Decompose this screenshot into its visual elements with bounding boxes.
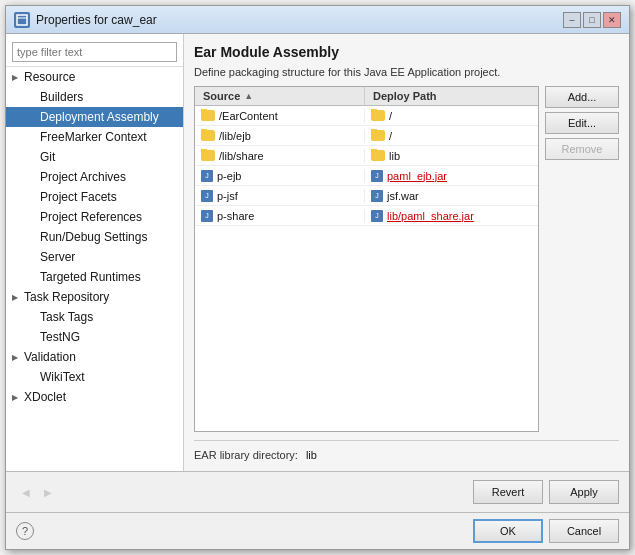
- deploy-cell: Jpaml_ejb.jar: [365, 169, 538, 183]
- maximize-button[interactable]: □: [583, 12, 601, 28]
- sidebar-item-run/debug-settings[interactable]: Run/Debug Settings: [6, 227, 183, 247]
- folder-icon: [371, 130, 385, 141]
- sidebar-item-label: Git: [40, 150, 55, 164]
- revert-button[interactable]: Revert: [473, 480, 543, 504]
- sidebar-item-server[interactable]: Server: [6, 247, 183, 267]
- project-icon: J: [201, 170, 213, 182]
- add-button[interactable]: Add...: [545, 86, 619, 108]
- sidebar-item-xdoclet[interactable]: ▶XDoclet: [6, 387, 183, 407]
- close-button[interactable]: ✕: [603, 12, 621, 28]
- sidebar-item-project-archives[interactable]: Project Archives: [6, 167, 183, 187]
- dialog: Properties for caw_ear – □ ✕ ▶ResourceBu…: [5, 5, 630, 550]
- table-body: /EarContent//lib/ejb//lib/sharelibJp-ejb…: [195, 106, 538, 431]
- source-cell: /lib/share: [195, 149, 365, 163]
- folder-icon: [371, 110, 385, 121]
- col-deploy-header: Deploy Path: [365, 87, 538, 105]
- sidebar-item-targeted-runtimes[interactable]: Targeted Runtimes: [6, 267, 183, 287]
- folder-icon: [371, 150, 385, 161]
- sidebar-item-label: Project References: [40, 210, 142, 224]
- back-arrow[interactable]: ◀: [16, 482, 36, 502]
- sidebar-item-label: Resource: [24, 70, 75, 84]
- dialog-icon: [14, 12, 30, 28]
- source-cell: /lib/ejb: [195, 129, 365, 143]
- footer: ◀ ▶ Revert Apply: [6, 471, 629, 512]
- deploy-path-text: /: [389, 110, 392, 122]
- sidebar-item-task-tags[interactable]: Task Tags: [6, 307, 183, 327]
- table-row[interactable]: /lib/sharelib: [195, 146, 538, 166]
- source-text: /lib/ejb: [219, 130, 251, 142]
- sidebar-item-git[interactable]: Git: [6, 147, 183, 167]
- col-source-header: Source ▲: [195, 87, 365, 105]
- expand-arrow-icon: ▶: [10, 392, 20, 402]
- apply-button[interactable]: Apply: [549, 480, 619, 504]
- deploy-cell: /: [365, 129, 538, 143]
- sidebar-item-validation[interactable]: ▶Validation: [6, 347, 183, 367]
- sidebar-item-task-repository[interactable]: ▶Task Repository: [6, 287, 183, 307]
- filter-wrap: [6, 38, 183, 67]
- ok-button[interactable]: OK: [473, 519, 543, 543]
- panel-title: Ear Module Assembly: [194, 44, 619, 60]
- table-row[interactable]: Jp-jsfJjsf.war: [195, 186, 538, 206]
- sidebar-item-deployment-assembly[interactable]: Deployment Assembly: [6, 107, 183, 127]
- sidebar-item-testng[interactable]: TestNG: [6, 327, 183, 347]
- table-area: Source ▲ Deploy Path /EarContent//lib/ej…: [194, 86, 619, 432]
- panel-description: Define packaging structure for this Java…: [194, 66, 619, 78]
- deploy-path-text: jsf.war: [387, 190, 419, 202]
- bottom-bar: ? OK Cancel: [6, 512, 629, 549]
- sidebar-item-label: Validation: [24, 350, 76, 364]
- nav-arrows: ◀ ▶: [16, 480, 58, 504]
- sidebar-item-builders[interactable]: Builders: [6, 87, 183, 107]
- sidebar-item-freemarker-context[interactable]: FreeMarker Context: [6, 127, 183, 147]
- source-text: p-share: [217, 210, 254, 222]
- deploy-cell: Jlib/paml_share.jar: [365, 209, 538, 223]
- assembly-table: Source ▲ Deploy Path /EarContent//lib/ej…: [194, 86, 539, 432]
- sidebar-item-resource[interactable]: ▶Resource: [6, 67, 183, 87]
- deploy-cell: Jjsf.war: [365, 189, 538, 203]
- deploy-path-text: paml_ejb.jar: [387, 170, 447, 182]
- source-text: p-jsf: [217, 190, 238, 202]
- expand-arrow-icon: ▶: [10, 72, 20, 82]
- folder-icon: [201, 110, 215, 121]
- expand-arrow-icon: ▶: [10, 352, 20, 362]
- footer-buttons: ◀ ▶ Revert Apply: [16, 480, 619, 504]
- sidebar-item-project-references[interactable]: Project References: [6, 207, 183, 227]
- source-text: p-ejb: [217, 170, 241, 182]
- deploy-path-text: /: [389, 130, 392, 142]
- sidebar-item-label: Run/Debug Settings: [40, 230, 147, 244]
- help-icon[interactable]: ?: [16, 522, 34, 540]
- sidebar-item-label: Task Tags: [40, 310, 93, 324]
- sidebar-item-project-facets[interactable]: Project Facets: [6, 187, 183, 207]
- minimize-button[interactable]: –: [563, 12, 581, 28]
- title-bar: Properties for caw_ear – □ ✕: [6, 6, 629, 34]
- sidebar-item-label: TestNG: [40, 330, 80, 344]
- table-row[interactable]: /lib/ejb/: [195, 126, 538, 146]
- table-row[interactable]: /EarContent/: [195, 106, 538, 126]
- project-icon: J: [201, 190, 213, 202]
- source-cell: Jp-ejb: [195, 169, 365, 183]
- project-icon: J: [371, 190, 383, 202]
- sidebar-item-label: WikiText: [40, 370, 85, 384]
- filter-input[interactable]: [12, 42, 177, 62]
- project-icon: J: [371, 170, 383, 182]
- cancel-button[interactable]: Cancel: [549, 519, 619, 543]
- folder-icon: [201, 150, 215, 161]
- action-buttons-panel: Add... Edit... Remove: [545, 86, 619, 432]
- project-icon: J: [201, 210, 213, 222]
- edit-button[interactable]: Edit...: [545, 112, 619, 134]
- source-text: /lib/share: [219, 150, 264, 162]
- table-row[interactable]: Jp-ejbJpaml_ejb.jar: [195, 166, 538, 186]
- sidebar-item-label: Server: [40, 250, 75, 264]
- project-icon: J: [371, 210, 383, 222]
- source-cell: Jp-jsf: [195, 189, 365, 203]
- deploy-path-text: lib: [389, 150, 400, 162]
- remove-button[interactable]: Remove: [545, 138, 619, 160]
- dialog-title: Properties for caw_ear: [36, 13, 157, 27]
- sidebar-item-label: Task Repository: [24, 290, 109, 304]
- sidebar-item-wikitext[interactable]: WikiText: [6, 367, 183, 387]
- table-row[interactable]: Jp-shareJlib/paml_share.jar: [195, 206, 538, 226]
- table-header: Source ▲ Deploy Path: [195, 87, 538, 106]
- ear-library-row: EAR library directory: lib: [194, 440, 619, 461]
- source-cell: /EarContent: [195, 109, 365, 123]
- forward-arrow[interactable]: ▶: [38, 482, 58, 502]
- deploy-path-text: lib/paml_share.jar: [387, 210, 474, 222]
